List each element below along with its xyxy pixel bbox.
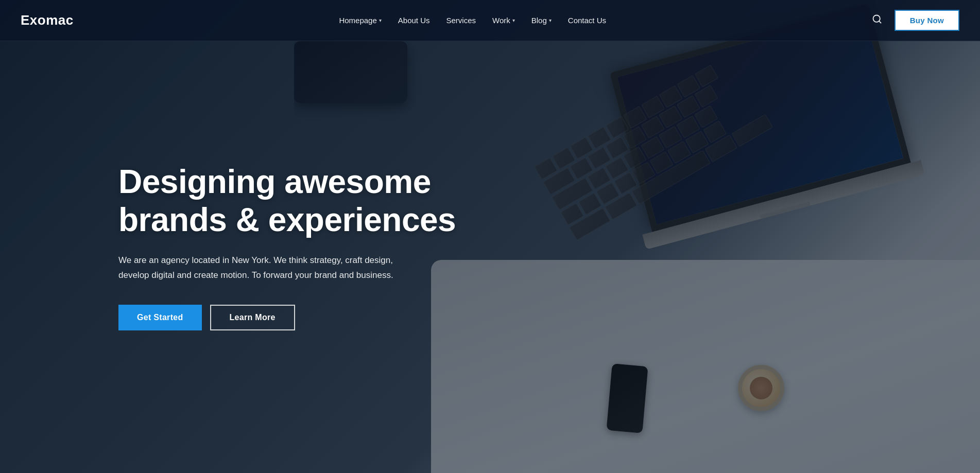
- nav-item-services[interactable]: Services: [446, 16, 476, 25]
- nav-link-services[interactable]: Services: [446, 16, 476, 25]
- hero-subtext: We are an agency located in New York. We…: [118, 253, 417, 283]
- nav-link-homepage[interactable]: Homepage ▾: [339, 16, 381, 25]
- get-started-button[interactable]: Get Started: [118, 305, 202, 330]
- chevron-down-icon: ▾: [549, 17, 552, 23]
- hero-section: Designing awesome brands & experiences W…: [0, 0, 980, 473]
- nav-link-about[interactable]: About Us: [398, 16, 430, 25]
- brand-logo[interactable]: Exomac: [21, 12, 74, 28]
- svg-line-1: [879, 21, 881, 23]
- chevron-down-icon: ▾: [512, 17, 515, 23]
- nav-item-contact[interactable]: Contact Us: [568, 16, 606, 25]
- nav-item-work[interactable]: Work ▾: [492, 16, 515, 25]
- learn-more-button[interactable]: Learn More: [210, 305, 295, 330]
- hero-heading-line2: brands & experiences: [118, 201, 456, 238]
- nav-item-about[interactable]: About Us: [398, 16, 430, 25]
- navbar: Exomac Homepage ▾ About Us Services Work…: [0, 0, 980, 41]
- buy-now-button[interactable]: Buy Now: [895, 10, 959, 31]
- hero-buttons: Get Started Learn More: [118, 305, 456, 330]
- hero-heading: Designing awesome brands & experiences: [118, 163, 456, 239]
- nav-item-blog[interactable]: Blog ▾: [531, 16, 552, 25]
- hero-content: Designing awesome brands & experiences W…: [118, 163, 456, 330]
- nav-link-blog[interactable]: Blog ▾: [531, 16, 552, 25]
- hero-heading-line1: Designing awesome: [118, 163, 431, 200]
- nav-link-contact[interactable]: Contact Us: [568, 16, 606, 25]
- nav-item-homepage[interactable]: Homepage ▾: [339, 16, 381, 25]
- nav-link-work[interactable]: Work ▾: [492, 16, 515, 25]
- chevron-down-icon: ▾: [379, 17, 382, 23]
- navbar-right: Buy Now: [872, 10, 959, 31]
- nav-links: Homepage ▾ About Us Services Work ▾ Blog…: [339, 16, 606, 25]
- search-icon[interactable]: [872, 14, 882, 27]
